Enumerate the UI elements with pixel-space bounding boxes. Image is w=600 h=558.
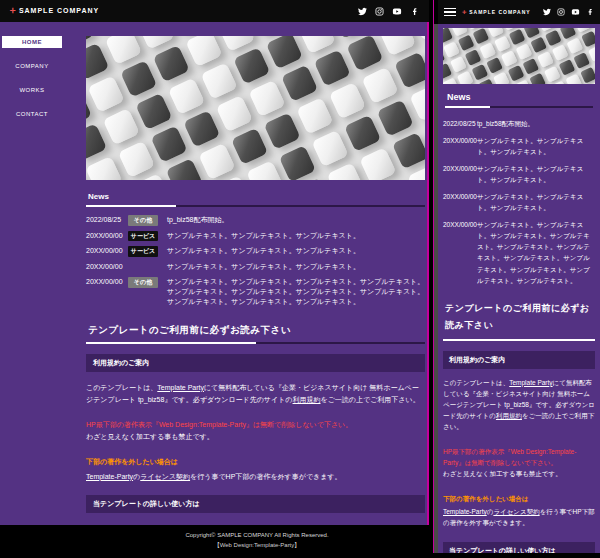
template-party-link[interactable]: Template Party (509, 379, 552, 386)
news-date: 20XX/00/00 (443, 135, 477, 146)
news-row: 20XX/00/00 サンプルテキスト。サンプルテキスト。サンプルテキスト。 (443, 191, 595, 213)
news-badge-service: サービス (128, 231, 158, 242)
desktop-right-edge (427, 22, 429, 525)
news-section: News 2022/08/25 tp_biz58配布開始。 20XX/00/00… (443, 92, 595, 286)
news-text: サンプルテキスト。サンプルテキスト。サンプルテキスト。サンプルテキスト。サンプル… (167, 277, 425, 307)
terms-of-use-link[interactable]: 利用規約 (293, 396, 321, 403)
news-row: 20XX/00/00 サンプルテキスト。サンプルテキスト。サンプルテキスト。サン… (443, 219, 595, 285)
site-logo[interactable]: ✛SAMPLE COMPANY (462, 9, 531, 15)
site-logo[interactable]: ✛SAMPLE COMPANY (10, 7, 99, 15)
social-links (358, 7, 419, 16)
notice-section: テンプレートのご利用前に必ずお読み下さい 利用規約のご案内 このテンプレートは、… (443, 300, 595, 553)
news-row: 2022/08/25 その他 tp_biz58配布開始。 (86, 215, 425, 226)
warning-white-text: わざと見えなく加工する事も禁止です。 (443, 470, 562, 477)
desktop-page-body: HOME COMPANY WORKS CONTACT News 2022/08/… (0, 22, 429, 525)
news-list: 2022/08/25 その他 tp_biz58配布開始。 20XX/00/00 … (86, 215, 425, 308)
mobile-header: ✛SAMPLE COMPANY (438, 0, 600, 24)
mobile-page-body: News 2022/08/25 tp_biz58配布開始。 20XX/00/00… (438, 24, 600, 553)
news-text: tp_biz58配布開始。 (477, 118, 595, 129)
howto-paragraph: こちらをご覧下さい。 (86, 523, 425, 525)
hero-image (86, 36, 425, 180)
news-date: 2022/08/25 (86, 215, 128, 225)
howto-bar: 当テンプレートの詳しい使い方は (443, 542, 595, 553)
copyright-text: Copyright© SAMPLE COMPANY All Rights Res… (85, 531, 429, 541)
license-contract-link[interactable]: ライセンス契約 (140, 473, 190, 480)
license-text: を行う事でHP下部の著作を外す事ができます。 (190, 473, 342, 480)
warning-red-text: HP最下部の著作表示『Web Design:Template-Party』は無断… (86, 421, 352, 428)
youtube-icon[interactable] (571, 8, 580, 16)
news-row: 20XX/00/00 サンプルテキスト。サンプルテキスト。サンプルテキスト。 (86, 262, 425, 272)
news-text: サンプルテキスト。サンプルテキスト。サンプルテキスト。 (167, 262, 425, 272)
desktop-header: ✛SAMPLE COMPANY (0, 0, 429, 22)
instagram-icon[interactable] (375, 7, 384, 16)
hero-cubes-pattern (86, 36, 425, 180)
news-row: 20XX/00/00 サービス サンプルテキスト。サンプルテキスト。サンプルテキ… (86, 231, 425, 242)
license-contract-link[interactable]: ライセンス契約 (493, 508, 539, 515)
desktop-main-content: News 2022/08/25 その他 tp_biz58配布開始。 20XX/0… (85, 22, 429, 525)
news-text: サンプルテキスト。サンプルテキスト。サンプルテキスト。 (167, 231, 425, 241)
news-date: 20XX/00/00 (443, 191, 477, 202)
sidebar-item-contact[interactable]: CONTACT (2, 108, 62, 120)
news-heading: News (445, 92, 593, 108)
terms-of-use-link[interactable]: 利用規約 (496, 412, 522, 419)
news-row: 20XX/00/00 サンプルテキスト。サンプルテキスト。サンプルテキスト。 (443, 135, 595, 157)
mobile-gray-strip (434, 24, 438, 553)
site-name: SAMPLE COMPANY (469, 9, 530, 15)
news-text: サンプルテキスト。サンプルテキスト。サンプルテキスト。 (477, 191, 595, 213)
terms-paragraph: このテンプレートは、Template Partyにて無料配布している『企業・ビジ… (86, 382, 425, 407)
facebook-icon[interactable] (410, 7, 419, 16)
template-party-link[interactable]: Template Party (157, 384, 204, 391)
news-date: 20XX/00/00 (443, 219, 477, 230)
sidebar-item-home[interactable]: HOME (2, 36, 62, 48)
license-paragraph: Template-Partyのライセンス契約を行う事でHP下部の著作を外す事がで… (443, 506, 595, 528)
sidebar-item-company[interactable]: COMPANY (2, 60, 62, 72)
notice-heading: テンプレートのご利用前に必ずお読み下さい (443, 300, 595, 341)
template-party-link[interactable]: Template-Party (443, 508, 487, 515)
copyright-warning: HP最下部の著作表示『Web Design:Template-Party』は無断… (443, 446, 595, 479)
news-date: 20XX/00/00 (86, 246, 128, 256)
facebook-icon[interactable] (586, 8, 594, 16)
youtube-icon[interactable] (392, 7, 402, 16)
notice-heading: テンプレートのご利用前に必ずお読み下さい (86, 324, 425, 344)
news-badge-service: サービス (128, 246, 158, 257)
terms-text: をご一読の上でご利用下さい。 (321, 396, 420, 403)
news-row: 20XX/00/00 サービス サンプルテキスト。サンプルテキスト。サンプルテキ… (86, 246, 425, 257)
news-badge-other: その他 (128, 277, 158, 288)
news-date: 20XX/00/00 (86, 231, 128, 241)
news-text: サンプルテキスト。サンプルテキスト。サンプルテキスト。 (477, 135, 595, 157)
terms-paragraph: このテンプレートは、Template Partyにて無料配布している『企業・ビジ… (443, 377, 595, 432)
license-paragraph: Template-Partyのライセンス契約を行う事でHP下部の著作を外す事がで… (86, 471, 425, 484)
notice-section: テンプレートのご利用前に必ずお読み下さい 利用規約のご案内 このテンプレートは、… (86, 324, 425, 525)
desktop-footer: Copyright© SAMPLE COMPANY All Rights Res… (0, 525, 429, 558)
news-date: 2022/08/25 (443, 118, 477, 129)
hero-cubes-pattern (443, 28, 595, 84)
template-party-link[interactable]: Template-Party (86, 473, 133, 480)
mobile-viewport: ✛SAMPLE COMPANY News 2022/08/25 tp_biz58… (433, 0, 600, 553)
terms-text: このテンプレートは、 (86, 384, 157, 391)
news-list: 2022/08/25 tp_biz58配布開始。 20XX/00/00 サンプル… (443, 118, 595, 286)
license-label: 下部の著作を外したい場合は (86, 456, 425, 469)
news-section: News 2022/08/25 その他 tp_biz58配布開始。 20XX/0… (86, 192, 425, 308)
instagram-icon[interactable] (557, 8, 565, 16)
license-label: 下部の著作を外したい場合は (443, 493, 595, 504)
news-date: 20XX/00/00 (86, 277, 128, 287)
twitter-icon[interactable] (358, 7, 367, 16)
news-text: tp_biz58配布開始。 (167, 215, 425, 225)
logo-cross-icon: ✛ (462, 9, 467, 15)
news-heading: News (86, 192, 425, 207)
news-text: サンプルテキスト。サンプルテキスト。サンプルテキスト。サンプルテキスト。サンプル… (477, 219, 595, 285)
sidebar-nav: HOME COMPANY WORKS CONTACT (0, 22, 85, 525)
news-text: サンプルテキスト。サンプルテキスト。サンプルテキスト。 (167, 246, 425, 256)
sidebar-item-works[interactable]: WORKS (2, 84, 62, 96)
hamburger-menu-icon[interactable] (444, 8, 456, 17)
news-row: 20XX/00/00 その他 サンプルテキスト。サンプルテキスト。サンプルテキス… (86, 277, 425, 307)
news-text: サンプルテキスト。サンプルテキスト。サンプルテキスト。 (477, 163, 595, 185)
site-name: SAMPLE COMPANY (19, 7, 99, 14)
logo-cross-icon: ✛ (10, 7, 17, 14)
template-credit-link[interactable]: 【Web Design:Template-Party】 (85, 541, 429, 550)
terms-bar: 利用規約のご案内 (86, 354, 425, 372)
warning-red-text: HP最下部の著作表示『Web Design:Template-Party』は無断… (443, 448, 576, 466)
warning-white-text: わざと見えなく加工する事も禁止です。 (86, 433, 214, 440)
news-date: 20XX/00/00 (443, 163, 477, 174)
twitter-icon[interactable] (543, 8, 551, 16)
